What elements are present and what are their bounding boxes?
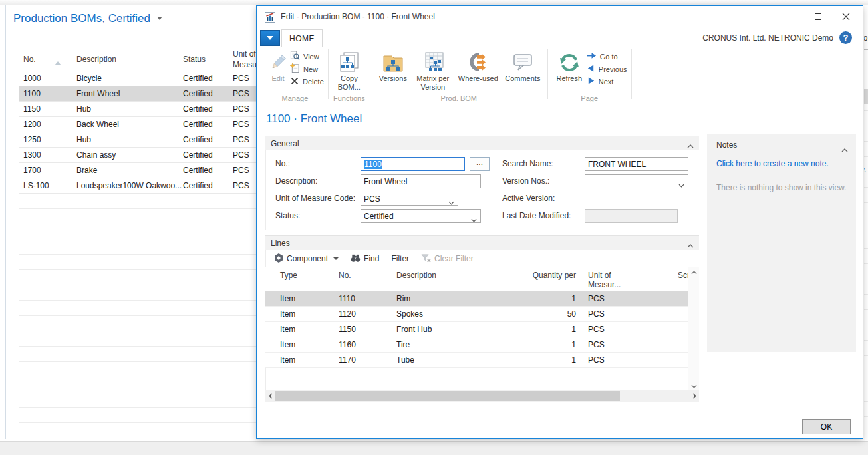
page-selector-caret-icon[interactable] — [157, 17, 162, 20]
lines-horizontal-scrollbar[interactable] — [265, 390, 699, 402]
lines-empty-area — [265, 368, 699, 390]
comment-bubble-icon — [511, 51, 534, 75]
new-button[interactable]: New — [290, 63, 324, 75]
bg-col-no[interactable]: No. — [23, 55, 36, 64]
uom-combobox[interactable]: PCS — [361, 192, 458, 206]
table-row[interactable]: LS-100Loudspeaker100W Oakwoo...Certified… — [19, 178, 256, 194]
version-nos-combobox[interactable] — [585, 174, 688, 188]
background-page-title: Production BOMs, Certified — [13, 12, 162, 25]
comments-button[interactable]: Comments — [502, 49, 543, 84]
clear-filter-button[interactable]: Clear Filter — [417, 253, 478, 265]
search-name-field[interactable]: FRONT WHEEL — [585, 157, 688, 171]
bg-table: 1000BicycleCertifiedPCS 1100Front WheelC… — [19, 71, 256, 194]
notes-panel: Notes Click here to create a new note. T… — [707, 134, 856, 352]
help-icon[interactable]: ? — [839, 31, 852, 44]
pencil-icon — [268, 51, 288, 75]
versions-button[interactable]: Versions — [374, 49, 412, 84]
previous-button[interactable]: Previous — [587, 63, 627, 75]
no-field[interactable]: 1100 — [361, 157, 465, 171]
background-window-left-border — [5, 5, 6, 439]
bg-col-description[interactable]: Description — [76, 55, 116, 64]
component-menu-button[interactable]: Component — [270, 253, 343, 265]
table-row[interactable]: 1300Chain assyCertifiedPCS — [19, 148, 256, 163]
active-version-label: Active Version: — [502, 194, 555, 203]
assist-edit-button[interactable]: ... — [470, 157, 490, 171]
uom-label: Unit of Measure Code: — [275, 194, 355, 203]
col-quantity-per[interactable]: Quantity per — [533, 271, 576, 280]
bg-col-uom-line2[interactable]: Measu — [233, 60, 257, 69]
scrollbar-thumb[interactable] — [275, 391, 620, 401]
chevron-down-icon — [333, 257, 339, 260]
scroll-up-icon[interactable] — [688, 267, 699, 277]
col-description[interactable]: Description — [396, 271, 436, 280]
line-row[interactable]: Item1150Front Hub1PCS — [265, 322, 688, 337]
view-button[interactable]: View — [290, 51, 324, 62]
line-row[interactable]: Item1170Tube1PCS — [265, 353, 688, 368]
matrix-per-version-button[interactable]: Matrix per Version — [412, 49, 454, 93]
table-row[interactable]: 1200Back WheelCertifiedPCS — [19, 117, 256, 132]
fasttab-general: General No.: 1100 ... Description: Front… — [265, 136, 699, 230]
nav-app-icon — [265, 12, 275, 23]
bg-col-status[interactable]: Status — [183, 55, 206, 64]
find-button[interactable]: Find — [347, 253, 383, 265]
version-nos-label: Version Nos.: — [502, 176, 549, 186]
application-menu-button[interactable] — [260, 30, 280, 46]
refresh-button[interactable]: Refresh — [552, 49, 587, 84]
status-combobox[interactable]: Certified — [361, 209, 481, 223]
ok-button[interactable]: OK — [802, 419, 851, 434]
ribbon-group-label: Functions — [329, 94, 370, 102]
line-row[interactable]: Item1120Spokes50PCS — [265, 307, 688, 322]
table-row[interactable]: 1250HubCertifiedPCS — [19, 132, 256, 148]
table-row[interactable]: 1150HubCertifiedPCS — [19, 102, 256, 117]
minimize-button[interactable] — [776, 7, 804, 26]
copy-bom-button[interactable]: Copy BOM... — [333, 49, 366, 93]
chevron-down-icon[interactable] — [448, 198, 454, 206]
scroll-right-icon[interactable] — [689, 390, 699, 402]
new-document-icon — [290, 63, 300, 75]
ribbon-group-page: Refresh Go to Pre — [548, 47, 631, 104]
close-button[interactable] — [832, 7, 860, 26]
dialog-title: Edit - Production BOM - 1100 · Front Whe… — [281, 12, 435, 21]
maximize-button[interactable] — [804, 7, 832, 26]
col-uom-line2[interactable]: Measur... — [588, 280, 621, 289]
tab-home[interactable]: HOME — [281, 29, 323, 47]
where-used-button[interactable]: Where-used — [454, 49, 502, 84]
col-type[interactable]: Type — [280, 271, 297, 280]
create-note-link[interactable]: Click here to create a new note. — [716, 159, 829, 168]
lines-table: Type No. Description Quantity per Unit o… — [265, 267, 688, 368]
scroll-left-icon[interactable] — [265, 390, 275, 402]
no-label: No.: — [275, 159, 290, 168]
line-row[interactable]: Item1160Tire1PCS — [265, 337, 688, 353]
go-to-button[interactable]: Go to — [587, 51, 627, 62]
background-page-title-text: Production BOMs, Certified — [13, 12, 150, 25]
edit-production-bom-dialog: Edit - Production BOM - 1100 · Front Whe… — [256, 5, 863, 439]
chevron-down-icon[interactable] — [471, 215, 477, 223]
status-label: Status: — [275, 211, 300, 220]
matrix-grid-icon — [422, 51, 444, 75]
component-hexagon-icon — [274, 253, 283, 265]
delete-button[interactable]: Delete — [290, 76, 324, 87]
filter-button[interactable]: Filter — [387, 254, 413, 263]
lines-vertical-scrollbar[interactable] — [688, 267, 699, 391]
col-uom-line1[interactable]: Unit of — [588, 271, 611, 280]
col-no[interactable]: No. — [339, 271, 351, 280]
line-row-selected[interactable]: Item1110Rim1PCS — [265, 291, 688, 307]
ribbon-group-manage: Edit View New — [262, 47, 328, 104]
ribbon-group-prod-bom: Versions Matrix per Version Where-used — [370, 47, 547, 104]
dialog-titlebar[interactable]: Edit - Production BOM - 1100 · Front Whe… — [257, 6, 863, 29]
ribbon-group-label: Page — [548, 94, 631, 102]
table-row[interactable]: 1700BrakeCertifiedPCS — [19, 163, 256, 178]
table-row[interactable]: 1000BicycleCertifiedPCS — [19, 71, 256, 86]
description-field[interactable]: Front Wheel — [361, 174, 481, 188]
table-row-selected[interactable]: 1100Front WheelCertifiedPCS — [19, 86, 256, 102]
scroll-down-icon[interactable] — [688, 381, 699, 391]
bg-empty-rows — [19, 194, 256, 436]
chevron-up-icon[interactable] — [841, 143, 848, 155]
fasttab-lines-header[interactable]: Lines — [265, 235, 699, 250]
edit-button[interactable]: Edit — [266, 49, 290, 84]
bg-col-uom-line1[interactable]: Unit of — [233, 49, 256, 59]
fasttab-general-header[interactable]: General — [265, 136, 699, 150]
chevron-down-icon[interactable] — [678, 180, 684, 188]
next-button[interactable]: Next — [587, 76, 627, 87]
ribbon-group-label: Manage — [262, 94, 328, 102]
